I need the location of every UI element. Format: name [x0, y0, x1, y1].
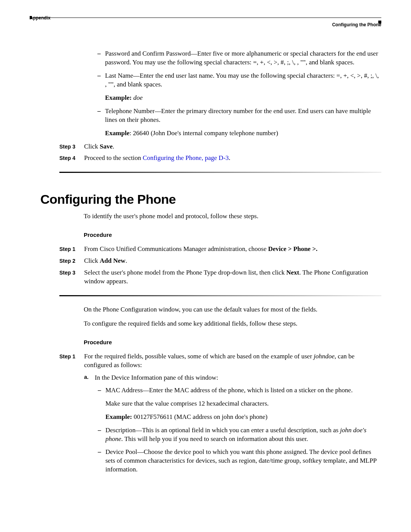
- divider: [59, 295, 381, 296]
- text: From Cisco Unified Communications Manage…: [84, 245, 268, 252]
- bullet-device-pool: Device Pool—Choose the device pool to wh…: [105, 448, 381, 474]
- bullet-lastname: Last Name—Enter the end user last name. …: [105, 72, 381, 89]
- text: Description—This is an optional field in…: [105, 427, 340, 434]
- step-label: Step 3: [59, 268, 84, 286]
- bullet-mac-address: MAC Address—Enter the MAC address of the…: [105, 386, 381, 395]
- text: Click: [84, 257, 100, 264]
- divider: [59, 172, 381, 173]
- step-label: Step 3: [59, 142, 84, 151]
- text-bold: Add New: [100, 257, 126, 264]
- procedure-heading: Procedure: [84, 232, 381, 238]
- text: Proceed to the section: [84, 154, 143, 161]
- header-rule: [32, 18, 381, 18]
- text-bold: Save: [100, 143, 113, 150]
- section-heading: Configuring the Phone: [40, 192, 381, 207]
- page-header: Appendix Configuring the Phone: [30, 15, 381, 34]
- step-text: Click Add New.: [84, 257, 381, 265]
- header-chapter-label: Appendix: [30, 15, 51, 21]
- intro-paragraph: To identify the user's phone model and p…: [84, 212, 381, 221]
- bullet-telephone: Telephone Number—Enter the primary direc…: [105, 107, 381, 125]
- text-italic: johndoe: [314, 353, 335, 360]
- text-bold: Next: [286, 269, 299, 276]
- example-value: 00127F576611 (MAC address on john doe's …: [132, 413, 268, 420]
- step-row: Step 1 From Cisco Unified Communications…: [30, 245, 381, 254]
- text: .: [126, 257, 127, 264]
- example-value: doe: [132, 94, 143, 101]
- step-text: Select the user's phone model from the P…: [84, 268, 381, 286]
- step-label: Step 2: [59, 257, 84, 265]
- step-label: Step 1: [59, 352, 84, 479]
- list-item-a: a. In the Device Information pane of thi…: [95, 374, 381, 382]
- example-value: : 26640 (John Doe's internal company tel…: [129, 129, 278, 137]
- step-row: Step 2 Click Add New.: [30, 257, 381, 265]
- step-row: Step 4 Proceed to the section Configurin…: [30, 154, 381, 163]
- step-text: From Cisco Unified Communications Manage…: [84, 245, 381, 254]
- cross-reference-link[interactable]: Configuring the Phone, page D-3: [143, 154, 229, 161]
- text-bold: Device > Phone >.: [268, 245, 317, 252]
- body-paragraph: To configure the required fields and som…: [84, 320, 381, 328]
- example-mac: Example: 00127F576611 (MAC address on jo…: [105, 413, 381, 422]
- step-text: Proceed to the section Configuring the P…: [84, 154, 381, 163]
- step-row: Step 3 Select the user's phone model fro…: [30, 268, 381, 286]
- text: In the Device Information pane of this w…: [95, 374, 218, 381]
- text: .: [229, 154, 230, 161]
- example-label: Example: [105, 129, 129, 137]
- header-section-label: Configuring the Phone: [332, 22, 381, 27]
- list-marker: a.: [84, 374, 89, 381]
- text: Click: [84, 143, 100, 150]
- step-row: Step 3 Click Save.: [30, 142, 381, 151]
- example-label: Example:: [105, 94, 132, 101]
- bullet-password: Password and Confirm Password—Enter five…: [105, 50, 381, 67]
- step-label: Step 4: [59, 154, 84, 163]
- body-paragraph: On the Phone Configuration window, you c…: [84, 305, 381, 314]
- mac-note: Make sure that the value comprises 12 he…: [105, 399, 381, 408]
- example-label: Example:: [105, 413, 132, 420]
- step-row: Step 1 For the required fields, possible…: [30, 352, 381, 479]
- procedure-heading: Procedure: [84, 339, 381, 345]
- bullet-description: Description—This is an optional field in…: [105, 426, 381, 444]
- text: .: [113, 143, 114, 150]
- step-text: For the required fields, possible values…: [84, 352, 381, 479]
- example-lastname: Example: doe: [105, 94, 381, 102]
- step-text: Click Save.: [84, 142, 381, 151]
- example-telephone: Example: 26640 (John Doe's internal comp…: [105, 129, 381, 138]
- text: For the required fields, possible values…: [84, 353, 314, 360]
- text: Select the user's phone model from the P…: [84, 269, 286, 276]
- text: . This will help you if you need to sear…: [121, 435, 308, 443]
- step-label: Step 1: [59, 245, 84, 254]
